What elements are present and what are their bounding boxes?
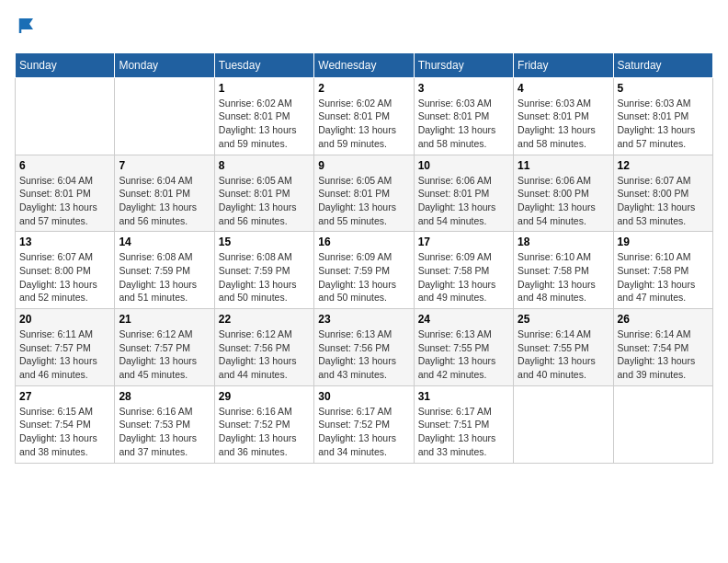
day-number: 18 [518, 236, 609, 248]
day-info: Sunrise: 6:04 AMSunset: 8:01 PMDaylight:… [119, 174, 210, 228]
calendar-day-cell: 23Sunrise: 6:13 AMSunset: 7:56 PMDayligh… [314, 309, 414, 386]
day-info: Sunrise: 6:07 AMSunset: 8:00 PMDaylight:… [618, 174, 709, 228]
calendar-day-cell: 11Sunrise: 6:06 AMSunset: 8:00 PMDayligh… [514, 155, 613, 232]
day-info: Sunrise: 6:15 AMSunset: 7:54 PMDaylight:… [19, 405, 110, 459]
day-info: Sunrise: 6:09 AMSunset: 7:59 PMDaylight:… [318, 250, 409, 304]
calendar-day-cell: 18Sunrise: 6:10 AMSunset: 7:58 PMDayligh… [514, 232, 613, 309]
day-number: 15 [219, 236, 310, 248]
calendar-day-cell: 16Sunrise: 6:09 AMSunset: 7:59 PMDayligh… [314, 232, 414, 309]
day-number: 25 [518, 313, 609, 326]
calendar-day-cell: 20Sunrise: 6:11 AMSunset: 7:57 PMDayligh… [16, 309, 115, 386]
calendar-day-cell: 13Sunrise: 6:07 AMSunset: 8:00 PMDayligh… [16, 232, 115, 309]
calendar-day-cell: 24Sunrise: 6:13 AMSunset: 7:55 PMDayligh… [414, 309, 513, 386]
day-of-week-header: Monday [115, 52, 214, 77]
calendar-day-cell: 25Sunrise: 6:14 AMSunset: 7:55 PMDayligh… [514, 309, 613, 386]
day-info: Sunrise: 6:04 AMSunset: 8:01 PMDaylight:… [19, 174, 110, 228]
calendar-day-cell: 9Sunrise: 6:05 AMSunset: 8:01 PMDaylight… [314, 155, 414, 232]
day-info: Sunrise: 6:16 AMSunset: 7:53 PMDaylight:… [119, 405, 210, 459]
page-header [15, 15, 713, 41]
calendar-day-cell [613, 385, 712, 463]
calendar-day-cell: 4Sunrise: 6:03 AMSunset: 8:01 PMDaylight… [514, 77, 613, 155]
logo [15, 15, 39, 41]
calendar-day-cell: 2Sunrise: 6:02 AMSunset: 8:01 PMDaylight… [314, 77, 414, 155]
day-number: 4 [518, 82, 609, 95]
day-info: Sunrise: 6:05 AMSunset: 8:01 PMDaylight:… [219, 174, 310, 228]
day-number: 26 [618, 313, 709, 326]
calendar-day-cell: 19Sunrise: 6:10 AMSunset: 7:58 PMDayligh… [613, 232, 712, 309]
day-info: Sunrise: 6:06 AMSunset: 8:01 PMDaylight:… [418, 174, 509, 228]
calendar-day-cell: 5Sunrise: 6:03 AMSunset: 8:01 PMDaylight… [613, 77, 712, 155]
calendar-day-cell: 29Sunrise: 6:16 AMSunset: 7:52 PMDayligh… [214, 385, 313, 463]
calendar-week-row: 6Sunrise: 6:04 AMSunset: 8:01 PMDaylight… [16, 155, 713, 232]
day-info: Sunrise: 6:02 AMSunset: 8:01 PMDaylight:… [318, 97, 409, 151]
day-of-week-header: Sunday [16, 52, 115, 77]
day-number: 17 [418, 236, 509, 248]
day-number: 30 [318, 390, 409, 403]
calendar-day-cell: 1Sunrise: 6:02 AMSunset: 8:01 PMDaylight… [214, 77, 313, 155]
calendar-day-cell: 28Sunrise: 6:16 AMSunset: 7:53 PMDayligh… [115, 385, 214, 463]
day-number: 20 [19, 313, 110, 326]
calendar-day-cell: 7Sunrise: 6:04 AMSunset: 8:01 PMDaylight… [115, 155, 214, 232]
day-number: 19 [618, 236, 709, 248]
day-number: 29 [219, 390, 310, 403]
day-of-week-header: Tuesday [214, 52, 313, 77]
calendar-week-row: 27Sunrise: 6:15 AMSunset: 7:54 PMDayligh… [16, 385, 713, 463]
calendar-day-cell: 31Sunrise: 6:17 AMSunset: 7:51 PMDayligh… [414, 385, 513, 463]
day-number: 21 [119, 313, 210, 326]
day-number: 8 [219, 159, 310, 172]
calendar-day-cell [16, 77, 115, 155]
calendar-day-cell: 8Sunrise: 6:05 AMSunset: 8:01 PMDaylight… [214, 155, 313, 232]
calendar-week-row: 13Sunrise: 6:07 AMSunset: 8:00 PMDayligh… [16, 232, 713, 309]
day-number: 22 [219, 313, 310, 326]
day-info: Sunrise: 6:10 AMSunset: 7:58 PMDaylight:… [518, 250, 609, 304]
calendar-day-cell [115, 77, 214, 155]
day-number: 2 [318, 82, 409, 95]
day-of-week-header: Saturday [613, 52, 712, 77]
day-number: 12 [618, 159, 709, 172]
day-of-week-header: Wednesday [314, 52, 414, 77]
calendar-day-cell: 27Sunrise: 6:15 AMSunset: 7:54 PMDayligh… [16, 385, 115, 463]
day-number: 5 [618, 82, 709, 95]
day-info: Sunrise: 6:08 AMSunset: 7:59 PMDaylight:… [119, 250, 210, 304]
calendar-day-cell [514, 385, 613, 463]
day-info: Sunrise: 6:16 AMSunset: 7:52 PMDaylight:… [219, 405, 310, 459]
day-info: Sunrise: 6:13 AMSunset: 7:55 PMDaylight:… [418, 327, 509, 382]
day-number: 1 [219, 82, 310, 95]
calendar-day-cell: 21Sunrise: 6:12 AMSunset: 7:57 PMDayligh… [115, 309, 214, 386]
calendar-week-row: 20Sunrise: 6:11 AMSunset: 7:57 PMDayligh… [16, 309, 713, 386]
day-info: Sunrise: 6:03 AMSunset: 8:01 PMDaylight:… [418, 97, 509, 151]
day-number: 6 [19, 159, 110, 172]
day-of-week-header: Friday [514, 52, 613, 77]
day-number: 13 [19, 236, 110, 248]
day-number: 16 [318, 236, 409, 248]
day-info: Sunrise: 6:11 AMSunset: 7:57 PMDaylight:… [19, 327, 110, 382]
day-info: Sunrise: 6:07 AMSunset: 8:00 PMDaylight:… [19, 250, 110, 304]
calendar-day-cell: 14Sunrise: 6:08 AMSunset: 7:59 PMDayligh… [115, 232, 214, 309]
day-info: Sunrise: 6:12 AMSunset: 7:56 PMDaylight:… [219, 327, 310, 382]
day-number: 11 [518, 159, 609, 172]
day-number: 3 [418, 82, 509, 95]
calendar-table: SundayMondayTuesdayWednesdayThursdayFrid… [15, 52, 713, 464]
day-number: 27 [19, 390, 110, 403]
day-info: Sunrise: 6:03 AMSunset: 8:01 PMDaylight:… [518, 97, 609, 151]
calendar-day-cell: 10Sunrise: 6:06 AMSunset: 8:01 PMDayligh… [414, 155, 513, 232]
day-info: Sunrise: 6:09 AMSunset: 7:58 PMDaylight:… [418, 250, 509, 304]
day-number: 24 [418, 313, 509, 326]
logo-flag-icon [17, 15, 39, 37]
day-number: 28 [119, 390, 210, 403]
calendar-day-cell: 30Sunrise: 6:17 AMSunset: 7:52 PMDayligh… [314, 385, 414, 463]
day-info: Sunrise: 6:02 AMSunset: 8:01 PMDaylight:… [219, 97, 310, 151]
day-number: 7 [119, 159, 210, 172]
calendar-day-cell: 3Sunrise: 6:03 AMSunset: 8:01 PMDaylight… [414, 77, 513, 155]
calendar-header-row: SundayMondayTuesdayWednesdayThursdayFrid… [16, 52, 713, 77]
day-number: 14 [119, 236, 210, 248]
day-info: Sunrise: 6:12 AMSunset: 7:57 PMDaylight:… [119, 327, 210, 382]
calendar-day-cell: 15Sunrise: 6:08 AMSunset: 7:59 PMDayligh… [214, 232, 313, 309]
calendar-day-cell: 12Sunrise: 6:07 AMSunset: 8:00 PMDayligh… [613, 155, 712, 232]
calendar-day-cell: 17Sunrise: 6:09 AMSunset: 7:58 PMDayligh… [414, 232, 513, 309]
day-info: Sunrise: 6:08 AMSunset: 7:59 PMDaylight:… [219, 250, 310, 304]
day-info: Sunrise: 6:03 AMSunset: 8:01 PMDaylight:… [618, 97, 709, 151]
day-info: Sunrise: 6:10 AMSunset: 7:58 PMDaylight:… [618, 250, 709, 304]
day-info: Sunrise: 6:13 AMSunset: 7:56 PMDaylight:… [318, 327, 409, 382]
day-number: 23 [318, 313, 409, 326]
